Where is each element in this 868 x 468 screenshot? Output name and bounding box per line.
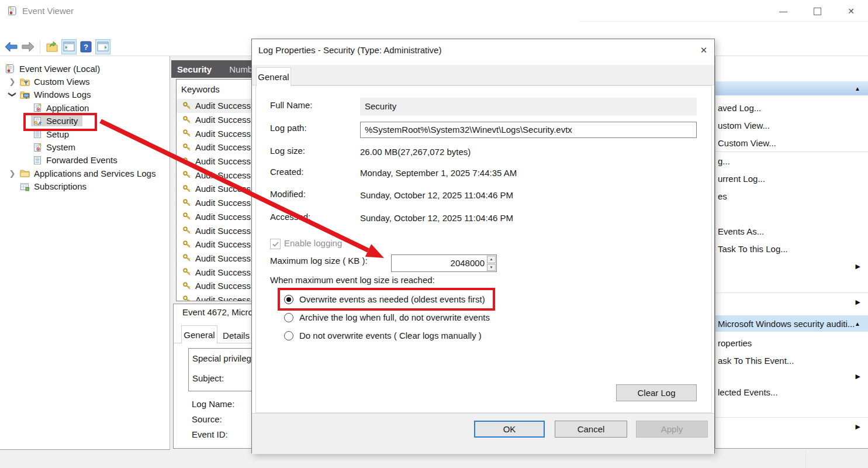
action-item-label: aved Log... — [718, 103, 761, 113]
key-icon — [182, 267, 192, 277]
spin-up-icon[interactable]: ▲ — [487, 256, 496, 263]
action-item[interactable]: ustom View... — [715, 116, 868, 134]
enable-logging-checkbox[interactable] — [270, 239, 281, 249]
tab-general[interactable]: General — [181, 325, 217, 343]
event-keyword: Audit Success — [195, 212, 251, 222]
tree-item-label: Applications and Services Logs — [34, 168, 155, 178]
menu-item[interactable] — [1, 22, 14, 37]
submenu-arrow-icon[interactable]: ▶ — [856, 373, 860, 380]
show-console-tree-icon[interactable] — [61, 39, 77, 54]
spin-down-icon[interactable]: ▼ — [487, 264, 496, 271]
dialog-tab-strip — [252, 65, 714, 85]
tree-item[interactable]: Security — [0, 115, 170, 128]
action-item[interactable]: ▲ — [715, 81, 868, 95]
submenu-arrow-icon[interactable]: ▲ — [855, 321, 860, 327]
dialog-close-button[interactable]: ✕ — [694, 41, 714, 60]
radio-option[interactable]: Overwrite events as needed (oldest event… — [280, 290, 493, 308]
tree-item-label: Application — [46, 103, 89, 113]
back-icon[interactable] — [4, 39, 19, 54]
minimize-button[interactable]: — — [766, 0, 800, 22]
menu-item[interactable] — [27, 22, 40, 37]
key-icon — [182, 170, 192, 180]
action-item[interactable] — [715, 56, 868, 81]
cancel-button[interactable]: Cancel — [555, 421, 627, 438]
event-keyword: Audit Success — [195, 170, 251, 180]
action-item[interactable]: urrent Log... — [715, 170, 868, 187]
submenu-arrow-icon[interactable]: ▶ — [856, 298, 860, 306]
max-log-size-spinner[interactable]: 2048000 ▲ ▼ — [391, 254, 497, 272]
tree-item[interactable]: System — [0, 140, 170, 153]
action-item[interactable] — [715, 275, 868, 292]
action-item-label: ustom View... — [718, 121, 770, 130]
help-icon[interactable]: ? — [78, 39, 94, 54]
key-icon — [182, 253, 192, 263]
action-item[interactable]: ▶ — [715, 257, 868, 275]
console-tree-panel: Event Viewer (Local) ❯ Custom Views ❯ Wi… — [0, 56, 170, 450]
event-keyword: Audit Success — [195, 281, 251, 291]
action-item-label: es — [718, 191, 727, 201]
spinner-buttons: ▲ ▼ — [487, 256, 496, 271]
expander-icon[interactable]: ❯ — [6, 77, 19, 86]
show-action-pane-icon[interactable] — [95, 39, 110, 54]
forward-icon[interactable] — [20, 39, 36, 54]
full-name-value: Security — [360, 98, 697, 115]
radio-option-label: Do not overwrite events ( Clear logs man… — [299, 331, 482, 340]
menu-item[interactable] — [40, 22, 53, 37]
submenu-arrow-icon[interactable]: ▶ — [856, 423, 860, 431]
tab-details[interactable]: Details — [219, 328, 253, 343]
log-properties-dialog: Log Properties - Security (Type: Adminis… — [251, 39, 715, 453]
action-item[interactable]: Microsoft Windows security auditi... ▲ — [715, 315, 868, 332]
log-path-input[interactable]: %SystemRoot%\System32\Winevt\Logs\Securi… — [360, 122, 697, 138]
tree-item[interactable]: Forwarded Events — [0, 154, 170, 167]
action-item[interactable]: ▶ — [715, 369, 868, 383]
tree-item[interactable]: ❯ Applications and Services Logs — [0, 167, 170, 180]
tree-item-label: Subscriptions — [34, 181, 87, 191]
tree-item-label: Event Viewer (Local) — [19, 64, 100, 74]
action-item-label: urrent Log... — [718, 174, 765, 184]
radio-icon[interactable] — [284, 331, 293, 340]
tree-item[interactable]: ❯ Custom Views — [0, 75, 170, 88]
action-item[interactable] — [715, 401, 868, 417]
key-icon — [182, 157, 192, 166]
tree-item[interactable]: ❯ Windows Logs — [0, 88, 170, 101]
radio-option[interactable]: Archive the log when full, do not overwr… — [280, 308, 493, 326]
submenu-arrow-icon[interactable]: ▲ — [855, 85, 860, 92]
console-tree: Event Viewer (Local) ❯ Custom Views ❯ Wi… — [0, 62, 170, 193]
action-item[interactable]: g... — [715, 152, 868, 170]
max-log-size-label: Maximum log size ( KB ): — [270, 256, 368, 266]
action-item[interactable]: es — [715, 187, 868, 205]
clear-log-button[interactable]: Clear Log — [616, 384, 697, 401]
radio-icon[interactable] — [284, 313, 293, 322]
tree-item[interactable]: Application — [0, 101, 170, 114]
action-item[interactable]: Task To this Log... — [715, 240, 868, 257]
action-item[interactable]: Events As... — [715, 222, 868, 240]
export-log-icon[interactable] — [44, 39, 60, 54]
dialog-tab-general[interactable]: General — [256, 67, 291, 86]
event-keyword: Audit Success — [195, 267, 251, 277]
radio-icon[interactable] — [284, 295, 293, 304]
log-path-label: Log path: — [270, 123, 307, 133]
tree-item[interactable]: Subscriptions — [0, 180, 170, 193]
radio-option[interactable]: Do not overwrite events ( Clear logs man… — [280, 326, 493, 345]
action-item[interactable]: ask To This Event... — [715, 352, 868, 369]
menu-item[interactable] — [14, 22, 27, 37]
ok-button[interactable]: OK — [474, 421, 545, 438]
expander-icon[interactable]: ❯ — [8, 88, 17, 101]
submenu-arrow-icon[interactable]: ▶ — [856, 263, 860, 270]
action-item[interactable]: ▶ — [715, 418, 868, 435]
maximize-button[interactable] — [800, 0, 834, 22]
apply-button-disabled[interactable]: Apply — [636, 421, 708, 438]
action-item-label: Task To this Log... — [718, 244, 788, 254]
expander-icon[interactable]: ❯ — [6, 169, 19, 178]
action-item[interactable]: lected Events... — [715, 383, 868, 401]
key-icon — [182, 184, 192, 194]
action-item[interactable]: ▶ — [715, 293, 868, 311]
action-item[interactable] — [715, 205, 868, 222]
tree-item[interactable]: Event Viewer (Local) — [0, 62, 170, 75]
tree-item[interactable]: Setup — [0, 128, 170, 140]
action-item[interactable]: aved Log... — [715, 99, 868, 116]
close-button[interactable]: ✕ — [834, 0, 868, 22]
action-item[interactable]: roperties — [715, 334, 868, 352]
max-log-size-value[interactable]: 2048000 — [392, 255, 485, 271]
action-item[interactable]: Custom View... — [715, 134, 868, 152]
